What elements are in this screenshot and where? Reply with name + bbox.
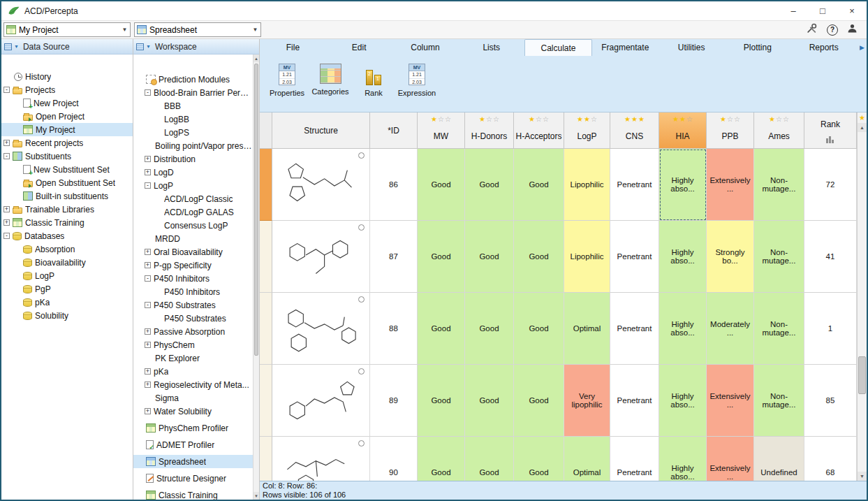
column-header-h-acceptors[interactable]: ★☆☆H-Acceptors [514, 112, 564, 149]
star-filled-icon[interactable]: ★ [584, 115, 590, 124]
menu-tab-lists[interactable]: Lists [458, 39, 524, 56]
data-cell[interactable]: Highly abso... [659, 437, 707, 481]
data-cell[interactable]: Good [514, 149, 564, 221]
data-cell[interactable]: Good [418, 149, 465, 221]
data-cell[interactable]: Non-mutage... [754, 293, 804, 365]
star-empty-icon[interactable]: ☆ [543, 115, 549, 124]
tree-item-logp[interactable]: LogP [1, 269, 133, 282]
column-header-id[interactable]: *ID [370, 112, 418, 149]
structure-select-circle[interactable] [358, 440, 365, 446]
ribbon-button-expression[interactable]: MV1.212.03Expression [397, 61, 437, 112]
menu-tab-reports[interactable]: Reports [790, 39, 857, 56]
data-cell[interactable]: Penetrant [610, 149, 659, 221]
menu-tab-fragmentate[interactable]: Fragmentate [592, 39, 659, 56]
chevron-down-icon[interactable]: ▼ [146, 44, 151, 49]
star-filled-icon[interactable]: ★ [624, 115, 631, 124]
column-header-logp[interactable]: ★★☆LogP [564, 112, 610, 149]
ribbon-button-categories[interactable]: Categories [310, 61, 351, 112]
row-marker[interactable] [260, 149, 272, 221]
data-cell[interactable]: 41 [804, 221, 857, 293]
tree-item-acd-logp-galas[interactable]: ACD/LogP GALAS [133, 205, 253, 219]
tree-item-classic-training[interactable]: Classic Training [133, 488, 253, 500]
tree-item-p-gp-specificity[interactable]: +P-gp Specificity [133, 259, 253, 272]
expand-icon[interactable]: + [145, 382, 151, 388]
tree-item-p450-inhibitors[interactable]: P450 Inhibitors [133, 285, 253, 298]
data-cell[interactable]: Good [465, 149, 514, 221]
help-icon[interactable]: ? [827, 24, 838, 36]
id-cell[interactable]: 90 [370, 437, 418, 481]
expand-icon[interactable]: + [145, 169, 151, 175]
tree-item-consensus-logp[interactable]: Consensus LogP [133, 219, 253, 232]
star-rating[interactable]: ★★★ [624, 115, 645, 124]
collapse-icon[interactable]: - [3, 153, 10, 159]
menu-overflow-icon[interactable]: ▶ [860, 44, 865, 51]
id-cell[interactable]: 86 [370, 149, 418, 221]
star-empty-icon[interactable]: ☆ [686, 115, 693, 124]
tree-item-classic-training[interactable]: +Classic Training [1, 216, 133, 229]
star-empty-icon[interactable]: ☆ [776, 115, 782, 124]
expand-icon[interactable]: + [145, 342, 151, 348]
data-cell[interactable]: Strongly bo... [707, 221, 754, 293]
expand-icon[interactable]: + [145, 408, 151, 414]
ribbon-button-properties[interactable]: MV1.212.03Properties [267, 61, 307, 112]
column-header-hia[interactable]: ★★☆HIA [659, 112, 707, 149]
star-empty-icon[interactable]: ☆ [591, 115, 597, 124]
row-marker[interactable] [260, 293, 272, 365]
tree-item-my-project[interactable]: My Project [1, 123, 133, 136]
column-header-ames[interactable]: ★☆☆Ames [754, 112, 804, 149]
data-cell[interactable]: Highly abso... [659, 365, 707, 437]
star-empty-icon[interactable]: ☆ [493, 115, 499, 124]
tree-item-solubility[interactable]: Solubility [1, 309, 133, 322]
expand-icon[interactable]: + [145, 262, 151, 268]
star-filled-icon[interactable]: ★ [679, 115, 686, 124]
star-rating[interactable]: ★☆☆ [769, 115, 789, 124]
star-filled-icon[interactable]: ★ [769, 115, 775, 124]
data-cell[interactable]: 72 [804, 149, 857, 221]
star-filled-icon[interactable]: ★ [479, 115, 485, 124]
data-cell[interactable]: Good [418, 293, 465, 365]
collapse-icon[interactable]: - [145, 182, 151, 189]
row-marker[interactable] [260, 221, 272, 293]
data-cell[interactable]: Penetrant [610, 437, 659, 481]
collapse-icon[interactable]: - [145, 275, 151, 282]
data-cell[interactable]: Non-mutage... [754, 221, 804, 293]
data-cell[interactable]: Optimal [564, 437, 610, 481]
scroll-down-icon[interactable]: ▼ [253, 492, 259, 500]
data-cell[interactable]: Good [514, 437, 564, 481]
data-cell[interactable]: Penetrant [610, 365, 659, 437]
scrollbar-track[interactable] [253, 62, 259, 492]
star-filled-icon[interactable]: ★ [672, 115, 679, 124]
maximize-button[interactable]: □ [808, 1, 837, 20]
favorite-star-icon[interactable]: ★ [859, 112, 865, 123]
scroll-down-icon[interactable]: ▼ [858, 472, 867, 481]
star-empty-icon[interactable]: ☆ [783, 115, 789, 124]
data-cell[interactable]: Lipophilic [564, 149, 610, 221]
star-empty-icon[interactable]: ☆ [438, 115, 444, 124]
collapse-icon[interactable]: - [3, 87, 10, 93]
data-cell[interactable]: 68 [804, 437, 857, 481]
tree-item-bbb[interactable]: BBB [133, 99, 253, 112]
menu-tab-edit[interactable]: Edit [326, 39, 392, 56]
star-empty-icon[interactable]: ☆ [727, 115, 733, 124]
star-rating[interactable]: ★☆☆ [431, 115, 451, 124]
tree-item-trainable-libraries[interactable]: +Trainable Libraries [1, 203, 133, 216]
star-filled-icon[interactable]: ★ [431, 115, 437, 124]
data-cell[interactable]: Lipophilic [564, 221, 610, 293]
data-cell[interactable]: Good [465, 221, 514, 293]
data-cell[interactable]: Extensively ... [707, 149, 754, 221]
star-filled-icon[interactable]: ★ [577, 115, 583, 124]
collapse-icon[interactable]: - [145, 89, 151, 96]
data-cell[interactable]: Penetrant [610, 221, 659, 293]
tree-item-logbb[interactable]: LogBB [133, 112, 253, 126]
vertical-scrollbar[interactable]: ★ ▲ ▼ [857, 112, 867, 481]
star-rating[interactable]: ★★☆ [577, 115, 597, 124]
data-cell[interactable]: Moderately ... [707, 293, 754, 365]
tree-item-physchem-profiler[interactable]: PhysChem Profiler [133, 421, 253, 435]
tree-item-oral-bioavailability[interactable]: +Oral Bioavailability [133, 245, 253, 259]
workspace-scrollbar[interactable]: ▲ ▼ [253, 55, 259, 500]
tree-item-pka[interactable]: pKa [1, 296, 133, 309]
scrollbar-track[interactable] [858, 132, 867, 472]
tree-item-water-solubility[interactable]: +Water Solubility [133, 405, 253, 418]
collapse-icon[interactable]: - [145, 302, 151, 308]
star-rating[interactable]: ★☆☆ [720, 115, 740, 124]
